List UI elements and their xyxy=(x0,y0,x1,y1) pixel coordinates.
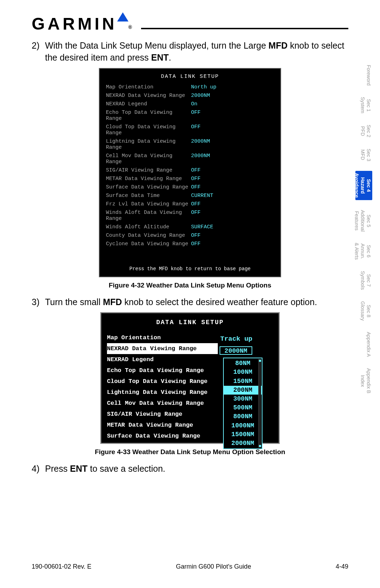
step-2: 2) With the Data Link Setup Menu display… xyxy=(32,40,348,64)
mfd2-option[interactable]: 100NM xyxy=(224,368,262,377)
mfd1-row-label: Frz Lvl Data Viewing Range xyxy=(100,201,191,207)
mfd1-row: Winds Aloft AltitudeSURFACE xyxy=(100,223,280,231)
garmin-logo: GARMIN ® xyxy=(32,14,135,33)
scrollbar[interactable] xyxy=(258,359,261,448)
mfd1-row-label: Winds Aloft Altitude xyxy=(100,224,191,230)
mfd2-option[interactable]: 1500NM xyxy=(224,430,262,439)
mfd2-option[interactable]: 300NM xyxy=(224,395,262,403)
mfd1-row-value: SURFACE xyxy=(191,224,213,230)
registered-icon: ® xyxy=(128,24,135,30)
mfd1-row: Surface Data TimeCURRENT xyxy=(100,192,280,200)
figure-4-33-caption: Figure 4-33 Weather Data Link Setup Menu… xyxy=(32,448,348,456)
mfd1-row-label: Map Orientation xyxy=(100,84,191,90)
mfd1-row: Cyclone Data Viewing RangeOFF xyxy=(100,240,280,248)
mfd1-row-value: 2000NM xyxy=(191,138,210,150)
section-tab[interactable]: Appendix A xyxy=(355,330,372,358)
section-tab[interactable]: Sec 8 Glossary xyxy=(355,300,372,322)
mfd1-row: NEXRAD Data Viewing Range2000NM xyxy=(100,92,280,100)
mfd-screenshot-2: DATA LINK SETUP Map OrientationNEXRAD Da… xyxy=(100,312,280,444)
mfd1-row: Winds Aloft Data Viewing RangeOFF xyxy=(100,209,280,223)
mfd1-row-label: METAR Data Viewing Range xyxy=(100,176,191,182)
mfd1-row-value: OFF xyxy=(191,176,201,182)
mfd2-title: DATA LINK SETUP xyxy=(101,313,279,332)
mfd1-row: METAR Data Viewing RangeOFF xyxy=(100,175,280,183)
mfd2-option[interactable]: 1000NM xyxy=(224,421,262,430)
mfd1-row-value: On xyxy=(191,101,197,107)
footer-left: 190-00601-02 Rev. E xyxy=(32,563,91,570)
mfd1-row-value: OFF xyxy=(191,124,201,136)
svg-marker-0 xyxy=(117,12,128,21)
step-body: With the Data Link Setup Menu displayed,… xyxy=(45,40,348,64)
mfd1-row-value: North up xyxy=(191,84,216,90)
section-tab[interactable]: Sec 5 Additional Features xyxy=(355,209,372,233)
mfd1-row-label: NEXRAD Legend xyxy=(100,101,191,107)
mfd2-options-dropdown[interactable]: 80NM100NM150NM200NM300NM500NM800NM1000NM… xyxy=(223,358,262,449)
mfd1-row-label: Cloud Top Data Viewing Range xyxy=(100,124,191,136)
section-tab[interactable]: Sec 1 System xyxy=(355,95,372,115)
mfd2-option[interactable]: 2000NM xyxy=(224,439,262,448)
mfd2-top-value: Track up xyxy=(220,335,252,343)
section-tab[interactable]: Sec 3 MFD xyxy=(355,147,372,163)
mfd1-row: Cell Mov Data Viewing Range2000NM xyxy=(100,152,280,166)
mfd1-row-value: OFF xyxy=(191,110,201,122)
mfd1-row: Cloud Top Data Viewing RangeOFF xyxy=(100,123,280,137)
section-tab[interactable]: Sec 7 Symbols xyxy=(355,270,372,291)
step-number: 2) xyxy=(32,40,45,64)
mfd1-row-value: OFF xyxy=(191,210,201,222)
header: GARMIN ® xyxy=(32,14,348,33)
mfd1-row-value: OFF xyxy=(191,233,201,239)
step-number: 4) xyxy=(32,463,45,475)
step-3: 3) Turn the small MFD knob to select the… xyxy=(32,296,348,308)
section-tab[interactable]: Sec 2 PFD xyxy=(355,123,372,139)
section-tab[interactable]: Foreword xyxy=(355,63,372,87)
mfd1-row-value: CURRENT xyxy=(191,193,213,199)
section-tab[interactable]: Sec 6 Annun. & Alerts xyxy=(355,241,372,261)
mfd1-row-label: Cell Mov Data Viewing Range xyxy=(100,153,191,165)
mfd1-row: NEXRAD LegendOn xyxy=(100,100,280,109)
mfd1-row-label: Winds Aloft Data Viewing Range xyxy=(100,210,191,222)
mfd1-row-value: OFF xyxy=(191,201,201,207)
mfd2-option[interactable]: 80NM xyxy=(224,359,262,368)
mfd2-option[interactable]: 200NM xyxy=(224,386,262,395)
mfd2-option[interactable]: 500NM xyxy=(224,403,262,412)
mfd1-row-label: Surface Data Time xyxy=(100,193,191,199)
mfd1-title: DATA LINK SETUP xyxy=(100,72,280,83)
step-4: 4) Press ENT to save a selection. xyxy=(32,463,348,475)
mfd1-row: Surface Data Viewing RangeOFF xyxy=(100,183,280,192)
mfd1-row-label: Surface Data Viewing Range xyxy=(100,184,191,190)
mfd1-row-value: OFF xyxy=(191,184,201,190)
footer-right: 4-49 xyxy=(336,563,348,570)
mfd1-row: Lightning Data Viewing Range2000NM xyxy=(100,137,280,152)
mfd-screenshot-1: DATA LINK SETUP Map OrientationNorth upN… xyxy=(99,68,281,277)
mfd2-option[interactable]: 800NM xyxy=(224,412,262,421)
section-tab[interactable]: Sec 4 Hazard Avoidance xyxy=(355,171,372,200)
mfd1-row-label: Lightning Data Viewing Range xyxy=(100,138,191,150)
mfd1-row: Map OrientationNorth up xyxy=(100,83,280,92)
step-body: Turn the small MFD knob to select the de… xyxy=(45,296,348,308)
figure-4-32-caption: Figure 4-32 Weather Data Link Setup Menu… xyxy=(32,281,348,289)
mfd2-option[interactable]: 150NM xyxy=(224,377,262,386)
mfd1-row-label: SIG/AIR Viewing Range xyxy=(100,167,191,173)
mfd2-row[interactable]: NEXRAD Data Viewing Range xyxy=(107,343,218,354)
mfd1-row-label: County Data Viewing Range xyxy=(100,233,191,239)
mfd1-row-value: 2000NM xyxy=(191,93,210,99)
page-footer: 190-00601-02 Rev. E Garmin G600 Pilot's … xyxy=(32,563,348,570)
mfd1-row: Echo Top Data Viewing RangeOFF xyxy=(100,109,280,123)
section-tab[interactable]: Appendix B Index xyxy=(355,367,372,395)
mfd1-row: Frz Lvl Data Viewing RangeOFF xyxy=(100,200,280,209)
header-rule xyxy=(141,28,348,29)
mfd1-row-label: Cyclone Data Viewing Range xyxy=(100,241,191,247)
mfd2-selected-value[interactable]: 2000NM xyxy=(220,346,252,355)
mfd1-footer: Press the MFD knob to return to base pag… xyxy=(100,248,280,272)
section-tabs: ForewordSec 1 SystemSec 2 PFDSec 3 MFDSe… xyxy=(355,63,372,395)
mfd1-row-value: OFF xyxy=(191,167,201,173)
mfd1-row-value: 2000NM xyxy=(191,153,210,165)
mfd1-row: SIG/AIR Viewing RangeOFF xyxy=(100,166,280,175)
mfd1-row-label: Echo Top Data Viewing Range xyxy=(100,110,191,122)
mfd1-row-value: OFF xyxy=(191,241,201,247)
footer-center: Garmin G600 Pilot's Guide xyxy=(176,563,251,570)
step-body: Press ENT to save a selection. xyxy=(45,463,348,475)
step-number: 3) xyxy=(32,296,45,308)
mfd1-row: County Data Viewing RangeOFF xyxy=(100,231,280,240)
mfd2-row[interactable]: Map Orientation xyxy=(107,332,279,343)
